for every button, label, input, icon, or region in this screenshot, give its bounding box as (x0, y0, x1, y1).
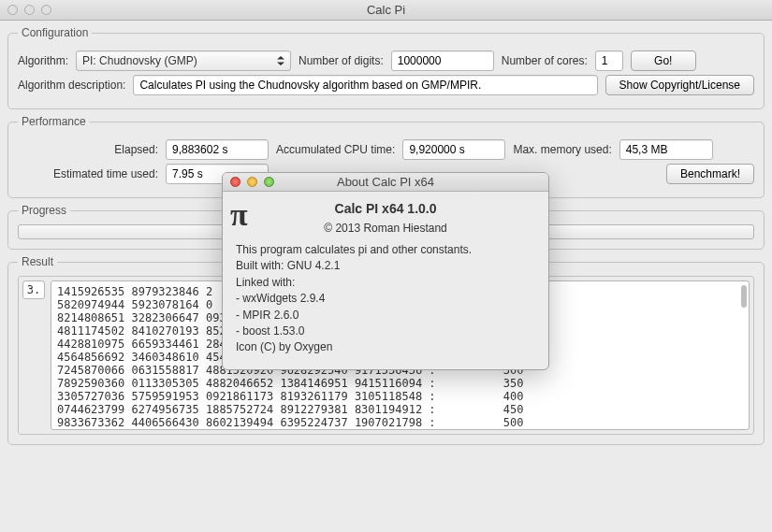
elapsed-field (166, 139, 269, 160)
config-group: Configuration Algorithm: PI: Chudnovsky … (7, 26, 765, 109)
about-titlebar: About Calc PI x64 (223, 173, 548, 192)
about-text: This program calculates pi and other con… (236, 242, 535, 356)
algorithm-select[interactable]: PI: Chudnovsky (GMP) (76, 50, 291, 71)
about-linked: Linked with: (236, 275, 535, 291)
scrollbar-thumb-icon[interactable] (741, 285, 747, 308)
cores-input[interactable] (595, 50, 623, 71)
cores-label: Number of cores: (502, 54, 588, 67)
about-body: π Calc PI x64 1.0.0 © 2013 Roman Hiestan… (223, 192, 548, 369)
about-lib3: - boost 1.53.0 (236, 324, 535, 339)
progress-legend: Progress (18, 204, 70, 217)
about-title: Calc PI x64 1.0.0 (236, 201, 535, 216)
about-dialog: About Calc PI x64 π Calc PI x64 1.0.0 © … (222, 172, 549, 370)
algo-desc-label: Algorithm description: (18, 79, 125, 92)
accum-label: Accumulated CPU time: (276, 143, 395, 156)
about-title-bar: About Calc PI x64 (223, 175, 548, 189)
window-title: Calc Pi (0, 3, 772, 17)
accum-field (402, 139, 505, 160)
elapsed-label: Elapsed: (18, 143, 158, 156)
algorithm-value: PI: Chudnovsky (GMP) (82, 54, 197, 67)
est-label: Estimated time used: (18, 167, 158, 180)
about-desc: This program calculates pi and other con… (236, 242, 535, 258)
mem-field (619, 139, 713, 160)
show-license-button[interactable]: Show Copyright/License (605, 75, 754, 95)
main-titlebar: Calc Pi (0, 0, 772, 21)
result-prefix: 3. (22, 280, 45, 299)
algorithm-label: Algorithm: (18, 54, 68, 67)
about-lib2: - MPIR 2.6.0 (236, 308, 535, 324)
digits-label: Number of digits: (299, 54, 384, 67)
go-button[interactable]: Go! (631, 50, 696, 71)
about-copyright: © 2013 Roman Hiestand (236, 222, 535, 235)
about-built: Built with: GNU 4.2.1 (236, 258, 535, 274)
algo-desc-field[interactable] (133, 75, 597, 95)
performance-legend: Performance (18, 115, 90, 128)
pi-icon: π (230, 197, 248, 233)
mem-label: Max. memory used: (513, 143, 611, 156)
about-lib1: - wxWidgets 2.9.4 (236, 291, 535, 307)
digits-input[interactable] (391, 50, 494, 71)
result-legend: Result (18, 255, 57, 268)
about-icon-credit: Icon (C) by Oxygen (236, 339, 535, 355)
benchmark-button[interactable]: Benchmark! (666, 164, 754, 184)
config-legend: Configuration (18, 26, 92, 39)
